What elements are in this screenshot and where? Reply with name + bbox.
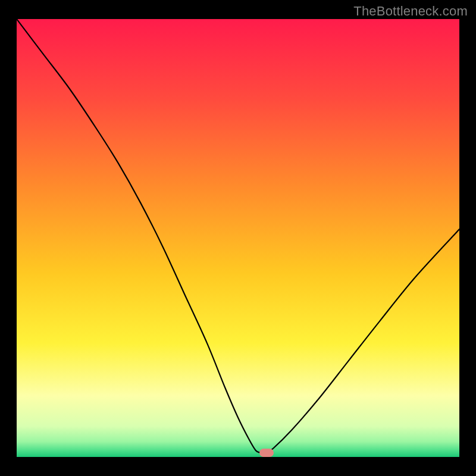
bottleneck-curve [17, 19, 459, 453]
minimum-marker [259, 449, 274, 457]
watermark-text: TheBottleneck.com [353, 4, 468, 19]
plot-area [17, 19, 459, 457]
chart-frame: TheBottleneck.com [0, 0, 476, 476]
curve-layer [17, 19, 459, 457]
